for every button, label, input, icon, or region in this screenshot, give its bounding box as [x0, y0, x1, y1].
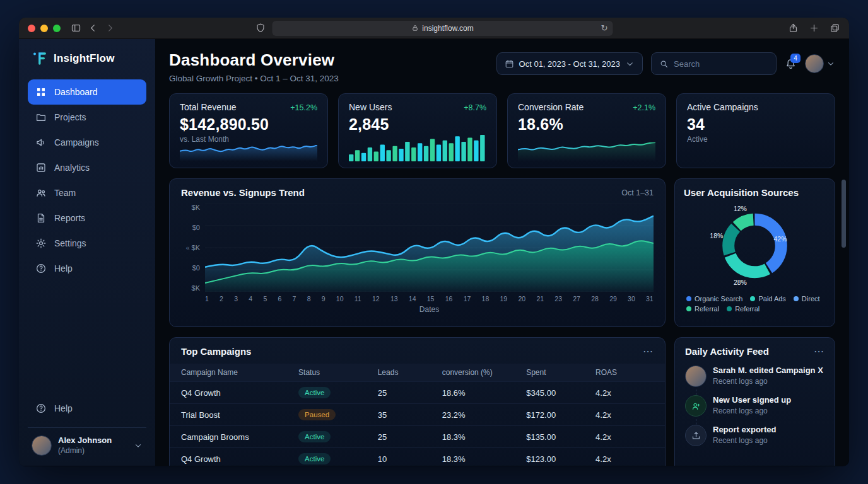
x-tick: 20 [518, 295, 525, 302]
avatar [805, 54, 824, 73]
back-button[interactable] [88, 23, 98, 33]
minimize-button[interactable] [40, 25, 48, 32]
activity-item[interactable]: Report exported Recent logs ago [685, 425, 824, 446]
tabs-overview-icon[interactable] [830, 23, 840, 33]
legend-dot [686, 296, 691, 301]
close-button[interactable] [28, 25, 35, 32]
help-icon [35, 403, 47, 414]
x-tick: 30 [628, 295, 635, 302]
sidebar-item-analytics[interactable]: Analytics [28, 155, 146, 180]
activity-item[interactable]: Sarah M. edited Campaign X Recent logs a… [685, 366, 824, 387]
svg-text:12%: 12% [734, 205, 747, 212]
x-tick: 11 [355, 295, 361, 302]
y-tick: $K [192, 204, 200, 211]
share-icon[interactable] [788, 23, 799, 33]
stat-card-total-revenue: Total Revenue +15.2% $142,890.50 vs. Las… [169, 93, 328, 168]
activity-item[interactable]: New User signed up Recent logs ago [685, 395, 824, 417]
url-text: insightflow.com [422, 24, 473, 33]
x-tick: 13 [390, 295, 398, 302]
stat-label: New Users [349, 102, 392, 112]
profile-menu[interactable] [805, 54, 835, 73]
sidebar-toggle-icon[interactable] [71, 23, 81, 33]
sidebar-item-settings[interactable]: Settings [28, 231, 146, 256]
sidebar-item-label: Settings [54, 238, 86, 248]
legend-item: Paid Ads [750, 295, 785, 302]
stat-delta: +2.1% [633, 103, 655, 112]
sidebar-footer-help[interactable]: Help [28, 396, 146, 421]
x-tick: 5 [263, 295, 267, 302]
sidebar-item-label: Dashboard [54, 87, 98, 97]
search-input[interactable] [674, 59, 768, 69]
sidebar-item-label: Help [54, 263, 73, 274]
x-tick: 28 [591, 295, 599, 302]
x-tick: 9 [322, 295, 326, 302]
calendar-icon [505, 59, 514, 69]
legend-item: Organic Search [686, 295, 742, 302]
sidebar-item-help[interactable]: Help [28, 256, 146, 281]
sidebar-item-reports[interactable]: Reports [28, 205, 146, 231]
scrollbar-thumb[interactable] [842, 180, 846, 248]
lock-icon [411, 25, 418, 32]
activity-time: Recent logs ago [713, 436, 776, 445]
chevron-down-icon [826, 59, 835, 68]
legend-item: Referral [686, 305, 719, 313]
x-tick: 23 [554, 295, 562, 302]
table-row[interactable]: Trial Boost Paused 35 23.2% $172.00 4.2x [170, 404, 665, 426]
more-menu-icon[interactable]: ⋯ [643, 345, 654, 357]
sidebar-item-team[interactable]: Team [28, 180, 146, 205]
column-header: Leads [378, 364, 442, 382]
date-range-picker[interactable]: Oct 01, 2023 - Oct 31, 2023 [496, 52, 643, 75]
sidebar-item-label: Analytics [54, 163, 90, 173]
conversion-sparkline-chart [518, 142, 655, 161]
y-axis-labels: $K $0 «$K $0 $K [181, 204, 205, 292]
legend-dot [794, 296, 799, 301]
brand-logo-icon [32, 50, 48, 67]
x-tick: 7 [293, 295, 296, 302]
avatar [32, 435, 52, 456]
y-tick: $0 [192, 224, 200, 231]
search-box[interactable] [651, 52, 777, 75]
notification-badge: 4 [790, 54, 801, 63]
chevron-down-icon [625, 59, 635, 69]
y-tick: $K [192, 244, 200, 251]
table-row[interactable]: Q4 Growth Active 10 18.3% $123.00 4.2x [170, 448, 665, 466]
more-menu-icon[interactable]: ⋯ [814, 345, 824, 357]
gear-icon [35, 238, 47, 249]
user-plus-icon [685, 395, 707, 417]
sidebar-item-campaigns[interactable]: Campaigns [28, 130, 146, 155]
sidebar-item-dashboard[interactable]: Dashboard [28, 79, 146, 105]
table-row[interactable]: Q4 Growth Active 25 18.6% $345.00 4.2x [170, 382, 665, 404]
stat-value: 2,845 [349, 115, 486, 134]
user-name: Alex Johnson [58, 435, 112, 446]
user-menu[interactable]: Alex Johnson (Admin) [28, 427, 146, 457]
trend-chart-card: Revenue vs. Signups Trend Oct 1–31 $K $0… [169, 178, 666, 327]
top-campaigns-card: Top Campaigns ⋯ Campaign Name Status Lea… [169, 337, 666, 466]
x-axis-labels: 1234567891011121314151617181920212327282… [205, 295, 654, 302]
refresh-button[interactable]: ↻ [601, 23, 608, 33]
legend-dot [727, 306, 732, 311]
x-tick: 17 [464, 295, 471, 302]
sidebar-item-label: Team [54, 188, 76, 198]
x-tick: 14 [409, 295, 416, 302]
x-tick: 4 [249, 295, 252, 302]
new-tab-button[interactable] [809, 23, 819, 33]
sidebar-item-projects[interactable]: Projects [28, 105, 146, 130]
x-tick: 31 [646, 295, 654, 302]
stat-label: Conversion Rate [518, 102, 584, 112]
megaphone-icon [35, 137, 47, 148]
table-row[interactable]: Campaign Brooms Active 25 18.3% $135.00 … [170, 426, 665, 448]
legend-dot [686, 306, 691, 311]
x-tick: 16 [445, 295, 453, 302]
card-title: Top Campaigns [181, 346, 251, 357]
acquisition-sources-card: User Acquisition Sources 42%28%18%12% Or… [674, 178, 835, 327]
zoom-button[interactable] [53, 25, 61, 32]
shield-icon[interactable] [255, 23, 266, 33]
y-axis-collapse-icon[interactable]: « [185, 244, 189, 251]
acquisition-donut-chart: 42%28%18%12% [684, 198, 826, 294]
main-content: Dashboard Overview Global Growth Project… [155, 39, 849, 466]
url-bar[interactable]: insightflow.com ↻ [273, 21, 613, 36]
forward-button[interactable] [105, 23, 115, 33]
notifications-button[interactable]: 4 [785, 58, 797, 70]
x-tick: 2 [220, 295, 223, 302]
chart-period: Oct 1–31 [621, 188, 654, 197]
